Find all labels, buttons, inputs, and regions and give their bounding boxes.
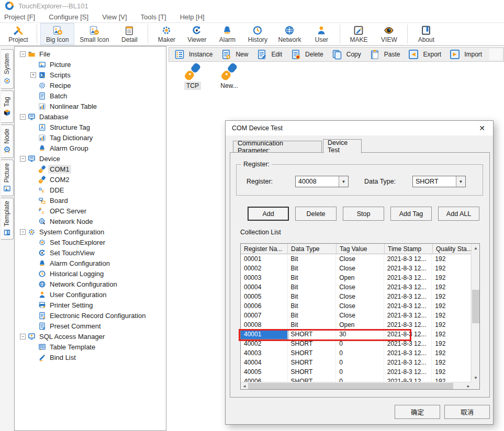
table-cell[interactable]: 0 xyxy=(336,348,384,358)
toolbar2-button-export[interactable]: Export xyxy=(407,49,446,60)
collapse-icon[interactable]: − xyxy=(20,156,26,162)
table-cell[interactable]: Open xyxy=(336,273,384,282)
table-cell[interactable]: 192 xyxy=(432,264,471,273)
table-cell[interactable]: 00003 xyxy=(241,273,288,282)
toolbar2-button-new[interactable]: New xyxy=(220,49,253,60)
tree-item-structure-tag[interactable]: Structure Tag xyxy=(15,122,166,132)
device-instance-new[interactable]: New... xyxy=(212,63,246,90)
table-cell[interactable]: Bit xyxy=(288,320,337,330)
table-cell[interactable]: 00002 xyxy=(241,264,288,273)
table-cell[interactable]: SHORT xyxy=(288,377,337,382)
tab-communication-parameter[interactable]: Communication Parameter: xyxy=(233,141,322,153)
table-row[interactable]: 40004SHORT02021-8-3 12...192 xyxy=(241,358,471,367)
table-cell[interactable]: Bit xyxy=(288,254,337,264)
tree-item-system-configuration[interactable]: −System Configuration xyxy=(15,226,166,237)
expand-icon[interactable]: + xyxy=(30,72,36,78)
table-row[interactable]: 00007BitClose2021-8-3 12...192 xyxy=(241,311,471,320)
tree-item-label[interactable]: Electronic Record Configuration xyxy=(48,311,148,320)
table-cell[interactable]: 00007 xyxy=(241,311,288,320)
table-cell[interactable]: 0 xyxy=(336,377,384,382)
dialog-title-bar[interactable]: COM Device Test ✕ xyxy=(226,121,493,135)
table-cell[interactable]: 00001 xyxy=(241,254,288,264)
table-cell[interactable]: Close xyxy=(336,311,384,320)
table-row[interactable]: 40005SHORT02021-8-3 12...192 xyxy=(241,367,471,377)
collapse-icon[interactable]: − xyxy=(20,51,26,57)
tree-item-set-touchexplorer[interactable]: Set TouchExplorer xyxy=(15,237,166,247)
tree-item-label[interactable]: Structure Tag xyxy=(48,123,92,132)
tree-item-label[interactable]: OPC Server xyxy=(48,207,88,216)
delete-button[interactable]: Delete xyxy=(295,207,337,221)
menu-item-configure[interactable]: Configure [S] xyxy=(49,13,88,21)
table-cell[interactable]: 2021-8-3 12... xyxy=(384,301,432,311)
table-row[interactable]: 40003SHORT02021-8-3 12...192 xyxy=(241,348,471,358)
table-cell[interactable]: 192 xyxy=(432,348,471,358)
tree-item-com1[interactable]: COM1 xyxy=(15,164,166,174)
table-cell[interactable]: 2021-8-3 12... xyxy=(384,292,432,301)
table-cell[interactable]: 192 xyxy=(432,292,471,301)
column-header-data-type[interactable]: Data Type xyxy=(288,244,337,254)
side-tab-picture[interactable]: Picture xyxy=(1,160,14,196)
register-combobox[interactable]: 40008 ▼ xyxy=(295,176,349,187)
table-cell[interactable]: 192 xyxy=(432,282,471,292)
table-row[interactable]: 40002SHORT02021-8-3 12...192 xyxy=(241,339,471,348)
table-cell[interactable]: SHORT xyxy=(288,367,337,377)
table-cell[interactable]: 2021-8-3 12... xyxy=(384,348,432,358)
table-cell[interactable]: 2021-8-3 12... xyxy=(384,254,432,264)
table-cell[interactable]: Close xyxy=(336,254,384,264)
menu-item-help[interactable]: Help [H] xyxy=(180,13,205,21)
tree-item-label[interactable]: SQL Access Manager xyxy=(38,332,106,341)
add-button[interactable]: Add xyxy=(248,207,289,221)
side-tab-template[interactable]: Template xyxy=(1,198,14,240)
vertical-scroll-thumb[interactable] xyxy=(472,290,479,323)
add-tag-button[interactable]: Add Tag xyxy=(390,207,432,221)
tree-item-label[interactable]: Set TouchExplorer xyxy=(48,238,107,247)
table-cell[interactable]: 00004 xyxy=(241,282,288,292)
toolbar-button-maker[interactable]: Maker xyxy=(151,23,182,45)
horizontal-scrollbar[interactable]: ◂ ▸ xyxy=(241,382,472,389)
table-cell[interactable]: SHORT xyxy=(288,348,337,358)
toolbar-button-big-icon[interactable]: Big Icon xyxy=(40,23,74,45)
column-header-time-stamp[interactable]: Time Stamp xyxy=(385,244,433,254)
tree-item-device[interactable]: −Device xyxy=(15,153,166,164)
tree-item-tag-dictionary[interactable]: Tag Dictionary xyxy=(15,132,166,143)
table-cell[interactable]: 0 xyxy=(336,367,384,377)
tree-item-label[interactable]: Historical Logging xyxy=(48,269,105,278)
table-row[interactable]: 40001SHORT302021-8-3 12...192 xyxy=(241,330,471,339)
table-cell[interactable]: 40003 xyxy=(241,348,288,358)
table-header-row[interactable]: Register Na...Data TypeTag ValueTime Sta… xyxy=(241,244,472,254)
menu-item-tools[interactable]: Tools [T] xyxy=(141,13,166,21)
toolbar-button-about[interactable]: About xyxy=(411,23,441,45)
tree-item-label[interactable]: Recipe xyxy=(48,81,72,90)
ok-button[interactable]: 确定 xyxy=(395,405,440,419)
toolbar-button-user[interactable]: User xyxy=(306,23,337,45)
table-cell[interactable]: 40001 xyxy=(241,330,288,339)
table-cell[interactable]: 40002 xyxy=(241,339,288,348)
tree-item-label[interactable]: Database xyxy=(38,112,70,121)
toolbar2-button-copy[interactable]: Copy xyxy=(331,49,366,60)
tree-item-printer-setting[interactable]: Printer Setting xyxy=(15,300,166,310)
tree-item-alarm-configuration[interactable]: Alarm Configuration xyxy=(15,258,166,268)
toolbar-button-alarm[interactable]: Alarm xyxy=(212,23,242,45)
data-type-combobox[interactable]: SHORT ▼ xyxy=(412,176,466,187)
table-cell[interactable]: 2021-8-3 12... xyxy=(384,273,432,282)
tree-item-nonlinear-table[interactable]: Nonlinear Table xyxy=(15,101,166,111)
collection-list-table[interactable]: Register Na...Data TypeTag ValueTime Sta… xyxy=(240,243,480,390)
tree-item-preset-comment[interactable]: Preset Comment xyxy=(15,321,166,331)
table-cell[interactable]: SHORT xyxy=(288,339,337,348)
tree-item-label[interactable]: Bind List xyxy=(48,353,77,362)
column-header-quality-sta[interactable]: Quality Sta... xyxy=(433,244,472,254)
table-cell[interactable]: Bit xyxy=(288,311,337,320)
tree-item-board[interactable]: Board xyxy=(15,195,166,206)
tree-item-electronic-record-configuration[interactable]: Electronic Record Configuration xyxy=(15,310,166,321)
chevron-down-icon[interactable]: ▼ xyxy=(339,176,348,187)
toolbar2-button-edit[interactable]: Edit xyxy=(255,49,287,60)
table-cell[interactable]: SHORT xyxy=(288,358,337,367)
table-cell[interactable]: Close xyxy=(336,264,384,273)
table-cell[interactable]: 40004 xyxy=(241,358,288,367)
menu-item-view[interactable]: View [V] xyxy=(102,13,127,21)
collapse-icon[interactable]: − xyxy=(20,114,26,120)
toolbar-button-small-icon[interactable]: Small Icon xyxy=(74,23,114,45)
tree-item-label[interactable]: Table Template xyxy=(48,343,97,351)
add-all-button[interactable]: Add ALL xyxy=(438,207,479,221)
tree-item-label[interactable]: COM2 xyxy=(48,175,71,184)
